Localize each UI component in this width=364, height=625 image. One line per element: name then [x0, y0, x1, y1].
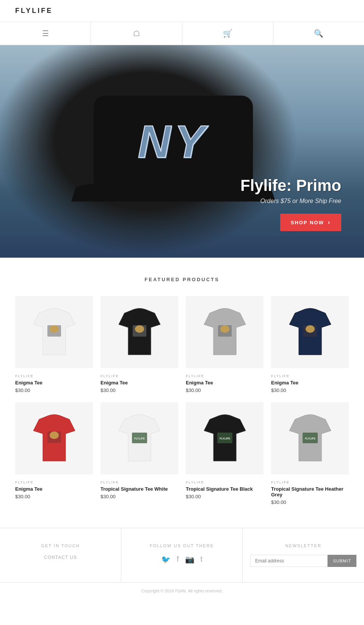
- product-image-tropical-heather: FLYLIFE: [271, 402, 349, 474]
- featured-title: FEATURED PRODUCTS: [15, 277, 349, 282]
- tshirt-svg-enigma-navy: [287, 305, 333, 359]
- footer-social-col: FOLLOW US OUT THERE 🐦 f 📷 t: [121, 528, 243, 582]
- product-name-enigma-white: Enigma Tee: [15, 380, 93, 386]
- product-card-tropical-black[interactable]: FLYLIFE FLYLIFE Tropical Signature Tee B…: [186, 402, 264, 505]
- hat-text: NY: [138, 115, 209, 168]
- footer: GET IN TOUCH CONTACT US FOLLOW US OUT TH…: [0, 528, 364, 599]
- svg-point-9: [50, 431, 59, 439]
- product-brand-enigma-white: FLYLIFE: [15, 374, 93, 378]
- product-brand-tropical-white: FLYLIFE: [100, 480, 178, 484]
- product-price-enigma-navy: $30.00: [271, 387, 349, 393]
- svg-text:FLYLIFE: FLYLIFE: [305, 437, 315, 440]
- product-name-tropical-heather: Tropical Signature Tee Heather Grey: [271, 486, 349, 497]
- product-card-enigma-black[interactable]: FLYLIFE Enigma Tee $30.00: [100, 296, 178, 393]
- footer-copyright: Copyright © 2016 Flylife. All rights res…: [0, 582, 364, 599]
- product-card-tropical-white[interactable]: FLYLIFE FLYLIFE Tropical Signature Tee W…: [100, 402, 178, 505]
- hero-text-block: Flylife: Primo Orders $75 or More Ship F…: [240, 176, 364, 258]
- product-image-enigma-navy: [271, 296, 349, 368]
- hero-section: NY Flylife: Primo Orders $75 or More Shi…: [0, 45, 364, 258]
- product-price-tropical-white: $30.00: [100, 494, 178, 499]
- product-brand-enigma-red: FLYLIFE: [15, 480, 93, 484]
- product-name-enigma-black: Enigma Tee: [100, 380, 178, 386]
- featured-products-section: FEATURED PRODUCTS FLYLIFE Enigma Tee $30…: [0, 258, 364, 520]
- tshirt-svg-tropical-heather: FLYLIFE: [287, 412, 333, 465]
- cart-icon: 🛒: [223, 29, 232, 38]
- tshirt-svg-tropical-black: FLYLIFE: [202, 412, 248, 465]
- shop-now-label: SHOP NOW: [291, 220, 324, 225]
- product-card-enigma-white[interactable]: FLYLIFE Enigma Tee $30.00: [15, 296, 93, 393]
- newsletter-email-input[interactable]: [250, 555, 328, 567]
- search-icon: 🔍: [314, 29, 323, 38]
- footer-sections: GET IN TOUCH CONTACT US FOLLOW US OUT TH…: [0, 528, 364, 582]
- menu-icon: ☰: [42, 29, 49, 38]
- footer-newsletter-title: NEWSLETTER: [250, 543, 356, 548]
- shop-now-button[interactable]: SHOP NOW ›: [280, 214, 341, 231]
- product-image-enigma-white: [15, 296, 93, 368]
- product-image-enigma-red: [15, 402, 93, 474]
- product-card-enigma-heather[interactable]: FLYLIFE Enigma Tee $30.00: [186, 296, 264, 393]
- hero-title: Flylife: Primo: [240, 176, 341, 195]
- tshirt-svg-enigma-black: [117, 305, 162, 359]
- product-card-enigma-red[interactable]: FLYLIFE Enigma Tee $30.00: [15, 402, 93, 505]
- svg-point-1: [50, 325, 59, 333]
- footer-newsletter-col: NEWSLETTER SUBMIT: [243, 528, 364, 582]
- product-price-enigma-red: $30.00: [15, 494, 93, 499]
- svg-point-7: [306, 325, 315, 333]
- site-header: FLYLIFE: [0, 0, 364, 22]
- social-icons-group: 🐦 f 📷 t: [129, 555, 235, 564]
- footer-contact-title: GET IN TOUCH: [8, 543, 113, 548]
- footer-social-title: FOLLOW US OUT THERE: [129, 543, 235, 548]
- product-brand-tropical-black: FLYLIFE: [186, 480, 264, 484]
- product-price-enigma-white: $30.00: [15, 387, 93, 393]
- svg-text:FLYLIFE: FLYLIFE: [220, 437, 230, 440]
- products-grid: FLYLIFE Enigma Tee $30.00 FLYLIFE Enigma…: [15, 296, 349, 505]
- product-name-enigma-red: Enigma Tee: [15, 486, 93, 492]
- nav-menu[interactable]: ☰: [0, 22, 91, 45]
- nav-bar: ☰ ☖ 🛒 🔍: [0, 22, 364, 45]
- tumblr-icon[interactable]: t: [201, 555, 203, 564]
- product-name-tropical-white: Tropical Signature Tee White: [100, 486, 178, 492]
- product-image-tropical-white: FLYLIFE: [100, 402, 178, 474]
- svg-text:FLYLIFE: FLYLIFE: [134, 437, 145, 440]
- contact-us-link[interactable]: CONTACT US: [8, 555, 113, 560]
- site-logo[interactable]: FLYLIFE: [15, 7, 53, 15]
- footer-contact-col: GET IN TOUCH CONTACT US: [0, 528, 121, 582]
- product-image-tropical-black: FLYLIFE: [186, 402, 264, 474]
- hero-hat: NY: [86, 80, 260, 209]
- product-brand-enigma-heather: FLYLIFE: [186, 374, 264, 378]
- svg-point-3: [135, 325, 144, 333]
- product-name-tropical-black: Tropical Signature Tee Black: [186, 486, 264, 492]
- nav-account[interactable]: ☖: [91, 22, 182, 45]
- product-image-enigma-heather: [186, 296, 264, 368]
- tshirt-svg-enigma-red: [31, 412, 77, 465]
- nav-search[interactable]: 🔍: [273, 22, 364, 45]
- product-brand-enigma-navy: FLYLIFE: [271, 374, 349, 378]
- product-price-enigma-heather: $30.00: [186, 387, 264, 393]
- product-card-tropical-heather[interactable]: FLYLIFE FLYLIFE Tropical Signature Tee H…: [271, 402, 349, 505]
- newsletter-form: SUBMIT: [250, 555, 356, 567]
- product-price-enigma-black: $30.00: [100, 387, 178, 393]
- product-name-enigma-heather: Enigma Tee: [186, 380, 264, 386]
- product-price-tropical-black: $30.00: [186, 494, 264, 499]
- hero-subtitle: Orders $75 or More Ship Free: [240, 198, 341, 205]
- tshirt-svg-enigma-heather: [202, 305, 248, 359]
- newsletter-submit-button[interactable]: SUBMIT: [328, 555, 356, 567]
- product-name-enigma-navy: Enigma Tee: [271, 380, 349, 386]
- product-card-enigma-navy[interactable]: FLYLIFE Enigma Tee $30.00: [271, 296, 349, 393]
- tshirt-svg-tropical-white: FLYLIFE: [117, 412, 162, 465]
- facebook-icon[interactable]: f: [177, 555, 179, 564]
- svg-point-5: [220, 325, 229, 333]
- tshirt-svg-enigma-white: [31, 305, 77, 359]
- product-brand-tropical-heather: FLYLIFE: [271, 480, 349, 484]
- product-image-enigma-black: [100, 296, 178, 368]
- instagram-icon[interactable]: 📷: [185, 555, 195, 564]
- nav-cart[interactable]: 🛒: [182, 22, 273, 45]
- product-price-tropical-heather: $30.00: [271, 499, 349, 505]
- product-brand-enigma-black: FLYLIFE: [100, 374, 178, 378]
- shop-now-arrow: ›: [328, 219, 331, 226]
- account-icon: ☖: [133, 29, 140, 38]
- twitter-icon[interactable]: 🐦: [161, 555, 171, 564]
